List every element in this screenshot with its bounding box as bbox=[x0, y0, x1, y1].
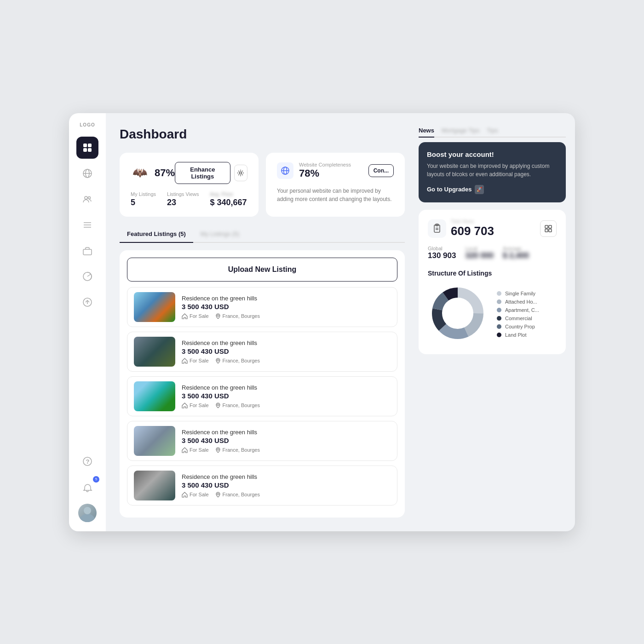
sidebar-item-globe[interactable] bbox=[76, 162, 98, 184]
listing-item[interactable]: Residence on the green hills 3 500 430 U… bbox=[127, 466, 397, 506]
svg-rect-0 bbox=[83, 144, 87, 147]
globe-icon bbox=[277, 162, 293, 179]
listing-info: Residence on the green hills 3 500 430 U… bbox=[182, 295, 260, 319]
news-tab-news[interactable]: News bbox=[419, 127, 434, 138]
listings-stat-card: 🦇 87% Enhance Listings bbox=[120, 153, 259, 217]
legend-label: Single Family bbox=[505, 291, 535, 296]
listing-image bbox=[134, 337, 175, 367]
listing-type: For Sale bbox=[182, 313, 209, 319]
legend-dot bbox=[497, 291, 501, 296]
sidebar-item-upload[interactable] bbox=[76, 291, 98, 313]
news-tab-mortgage[interactable]: Mortgage Tips bbox=[442, 127, 479, 134]
sidebar-item-dashboard[interactable] bbox=[76, 137, 98, 159]
listing-location-label: France, Bourges bbox=[223, 402, 260, 408]
svg-point-7 bbox=[85, 196, 87, 199]
legend-label: Land Plot bbox=[505, 332, 526, 338]
stats-blurred-label: Total Views bbox=[451, 219, 494, 224]
metric-global: Global 130 903 bbox=[428, 246, 456, 260]
sidebar-item-list[interactable] bbox=[76, 214, 98, 236]
global-label: Global bbox=[428, 246, 456, 251]
listing-tags: For Sale France, Bourges bbox=[182, 358, 260, 364]
listing-location: France, Bourges bbox=[215, 313, 260, 319]
listing-title: Residence on the green hills bbox=[182, 295, 260, 302]
boost-card: Boost your account! Your website can be … bbox=[419, 142, 566, 202]
metric-my-listings-value: 5 bbox=[131, 198, 156, 207]
listing-item[interactable]: Residence on the green hills 3 500 430 U… bbox=[127, 421, 397, 461]
listing-info: Residence on the green hills 3 500 430 U… bbox=[182, 429, 260, 453]
sidebar-item-help[interactable]: ? bbox=[76, 450, 98, 472]
svg-point-25 bbox=[217, 315, 219, 316]
svg-line-14 bbox=[87, 274, 91, 276]
tab-my-listings[interactable]: My Listings (5) bbox=[193, 226, 247, 243]
enhance-listings-button[interactable]: Enhance Listings bbox=[175, 162, 230, 184]
website-description: Your personal website can be improved by… bbox=[277, 187, 394, 203]
legend-label: Attached Ho... bbox=[505, 299, 537, 305]
sidebar-item-users[interactable] bbox=[76, 188, 98, 210]
go-to-upgrades-link[interactable]: Go to Upgrades 🚀 bbox=[427, 185, 558, 194]
stats-toggle-icon[interactable] bbox=[540, 220, 557, 237]
stats-metrics-row: Global 130 903 Local 320 000 Average $ 2… bbox=[428, 246, 557, 260]
global-value: 130 903 bbox=[428, 251, 456, 260]
listing-type: For Sale bbox=[182, 358, 209, 364]
listing-location-label: France, Bourges bbox=[223, 447, 260, 453]
tab-featured-listings[interactable]: Featured Listings (5) bbox=[120, 226, 193, 243]
boost-link-label: Go to Upgrades bbox=[427, 186, 472, 193]
page-title: Dashboard bbox=[120, 127, 405, 142]
sidebar-item-notifications[interactable]: 5 bbox=[76, 477, 98, 499]
svg-text:?: ? bbox=[86, 458, 90, 465]
connect-button[interactable]: Con... bbox=[368, 164, 394, 177]
listing-item[interactable]: Residence on the green hills 3 500 430 U… bbox=[127, 332, 397, 372]
svg-rect-12 bbox=[83, 249, 92, 255]
website-percentage: 78% bbox=[299, 167, 351, 179]
listings-container: Residence on the green hills 3 500 430 U… bbox=[127, 287, 397, 506]
right-panel: News Mortgage Tips Tips Boost your accou… bbox=[419, 113, 575, 531]
settings-icon[interactable] bbox=[234, 165, 247, 181]
metric-my-listings-label: My Listings bbox=[131, 191, 156, 197]
listing-info: Residence on the green hills 3 500 430 U… bbox=[182, 473, 260, 498]
local-value: 320 000 bbox=[465, 251, 493, 260]
structure-title: Structure Of Listings bbox=[428, 270, 557, 277]
legend-dot bbox=[497, 316, 501, 321]
listing-image bbox=[134, 471, 175, 500]
listing-price: 3 500 430 USD bbox=[182, 392, 260, 400]
listing-tags: For Sale France, Bourges bbox=[182, 402, 260, 408]
listing-tags: For Sale France, Bourges bbox=[182, 492, 260, 498]
listing-price: 3 500 430 USD bbox=[182, 481, 260, 489]
legend-dot bbox=[497, 324, 501, 329]
legend-land-plot: Land Plot bbox=[497, 332, 539, 338]
svg-point-28 bbox=[217, 448, 219, 450]
stat-card-header: 🦇 87% Enhance Listings bbox=[131, 162, 247, 184]
sidebar-item-chart[interactable] bbox=[76, 265, 98, 288]
listing-type-label: For Sale bbox=[190, 358, 209, 363]
stats-row: 🦇 87% Enhance Listings bbox=[120, 153, 405, 217]
upload-new-listing-button[interactable]: Upload New Listing bbox=[127, 258, 397, 282]
listing-type-label: For Sale bbox=[190, 402, 209, 408]
sidebar: LOGO bbox=[69, 113, 106, 531]
news-tab-tips[interactable]: Tips bbox=[487, 127, 498, 134]
stat-metrics: My Listings 5 Listings Views 23 Avg. Pri… bbox=[131, 191, 247, 207]
legend-dot bbox=[497, 299, 501, 304]
listing-item[interactable]: Residence on the green hills 3 500 430 U… bbox=[127, 287, 397, 327]
listing-item[interactable]: Residence on the green hills 3 500 430 U… bbox=[127, 376, 397, 416]
donut-section: Single Family Attached Ho... Apartment, … bbox=[428, 283, 557, 345]
listing-type: For Sale bbox=[182, 447, 209, 453]
metric-local: Local 320 000 bbox=[465, 246, 493, 260]
logo: LOGO bbox=[80, 122, 95, 127]
listing-title: Residence on the green hills bbox=[182, 429, 260, 436]
avatar[interactable] bbox=[78, 504, 97, 522]
listing-location: France, Bourges bbox=[215, 358, 260, 363]
legend-apartment: Apartment, C... bbox=[497, 307, 539, 313]
sidebar-item-briefcase[interactable] bbox=[76, 240, 98, 262]
listing-title: Residence on the green hills bbox=[182, 339, 260, 346]
stats-card-header: Total Views 609 703 bbox=[428, 219, 557, 238]
boost-description: Your website can be improved by applying… bbox=[427, 162, 558, 178]
notification-badge: 5 bbox=[93, 476, 99, 483]
svg-rect-2 bbox=[83, 148, 87, 152]
listing-image bbox=[134, 381, 175, 411]
metric-views-label: Listings Views bbox=[167, 191, 199, 197]
listing-price: 3 500 430 USD bbox=[182, 303, 260, 310]
listing-tags: For Sale France, Bourges bbox=[182, 313, 260, 319]
boost-title: Boost your account! bbox=[427, 150, 558, 158]
svg-point-8 bbox=[88, 196, 91, 199]
svg-rect-1 bbox=[88, 144, 92, 147]
